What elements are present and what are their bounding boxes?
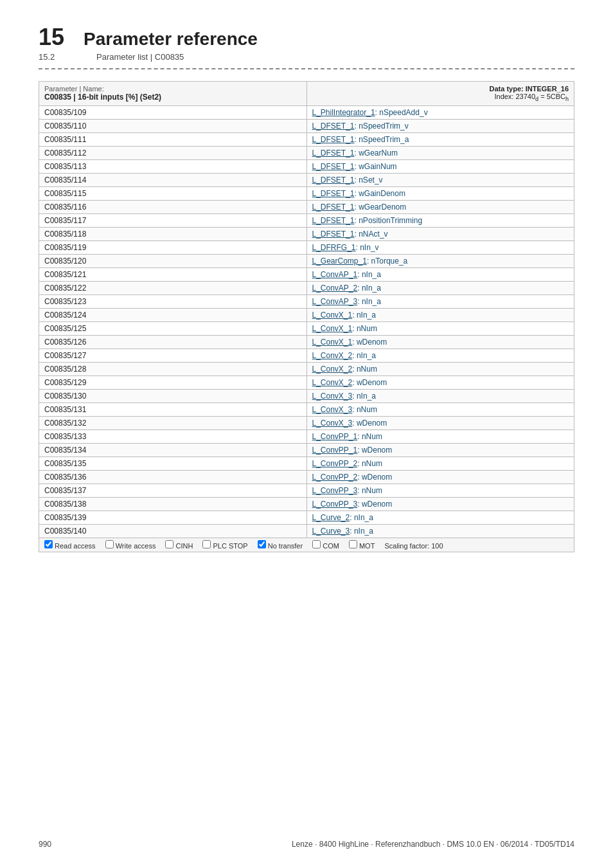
- table-row-param: C00835/134: [39, 444, 307, 457]
- table-row-param: C00835/109: [39, 106, 307, 120]
- index-label: Index: 23740d = 5CBCh: [494, 93, 569, 100]
- param-link[interactable]: L_ConvAP_3: nIn_a: [312, 297, 381, 306]
- footer-checkbox-label: COM: [312, 542, 339, 550]
- table-row-param: C00835/120: [39, 255, 307, 268]
- table-row-name: L_ConvX_2: nIn_a: [306, 349, 574, 363]
- parameter-table: Parameter | Name: C00835 | 16-bit inputs…: [39, 81, 574, 552]
- subheading-text: Parameter list | C00835: [96, 52, 184, 62]
- page-number: 990: [39, 840, 51, 849]
- table-row-param: C00835/114: [39, 174, 307, 187]
- param-link[interactable]: L_ConvX_1: nIn_a: [312, 311, 376, 320]
- table-row-name: L_ConvX_1: nNum: [306, 322, 574, 336]
- table-header-left: Parameter | Name: C00835 | 16-bit inputs…: [39, 82, 307, 106]
- footer-checkbox[interactable]: [105, 540, 114, 548]
- subheading-number: 15.2: [39, 52, 77, 62]
- param-link[interactable]: L_DFSET_1: nNAct_v: [312, 230, 388, 239]
- table-row-name: L_ConvX_2: nNum: [306, 363, 574, 376]
- chapter-number: 15: [39, 26, 64, 49]
- param-link[interactable]: L_ConvPP_1: nNum: [312, 432, 382, 441]
- param-link[interactable]: L_ConvX_3: nNum: [312, 405, 377, 414]
- param-link[interactable]: L_ConvPP_3: wDenom: [312, 500, 393, 509]
- table-row-name: L_ConvPP_2: wDenom: [306, 471, 574, 484]
- table-header-right: Data type: INTEGER_16 Index: 23740d = 5C…: [306, 82, 574, 106]
- table-row-name: L_DFSET_1: nSpeedTrim_a: [306, 133, 574, 147]
- table-footer: Read access Write access CINH PLC STOP N…: [39, 538, 574, 552]
- page-footer: 990 Lenze · 8400 HighLine · Referenzhand…: [39, 840, 574, 849]
- table-row-param: C00835/118: [39, 228, 307, 241]
- chapter-title: Parameter reference: [84, 29, 258, 50]
- table-row-name: L_DFSET_1: nNAct_v: [306, 228, 574, 241]
- section-divider: [39, 68, 574, 69]
- footer-checkbox[interactable]: [202, 540, 211, 548]
- param-link[interactable]: L_GearComp_1: nTorque_a: [312, 257, 408, 266]
- footer-checkbox[interactable]: [349, 540, 357, 548]
- param-link[interactable]: L_DFSET_1: wGearNum: [312, 149, 398, 158]
- param-link[interactable]: L_ConvX_1: nNum: [312, 324, 377, 333]
- table-row-name: L_DFRFG_1: nIn_v: [306, 241, 574, 255]
- param-link[interactable]: L_DFSET_1: wGainDenom: [312, 189, 405, 198]
- table-row-name: L_DFSET_1: nPositionTrimming: [306, 214, 574, 228]
- data-type-label: Data type: INTEGER_16: [490, 85, 569, 93]
- footer-checkbox[interactable]: [258, 540, 266, 548]
- param-link[interactable]: L_ConvX_1: wDenom: [312, 338, 387, 347]
- param-link[interactable]: L_DFSET_1: nSpeedTrim_a: [312, 135, 409, 144]
- footer-checkbox[interactable]: [312, 540, 321, 548]
- param-link[interactable]: L_ConvX_3: nIn_a: [312, 392, 376, 401]
- footer-checkbox-label: MOT: [349, 542, 375, 550]
- table-row-name: L_ConvX_3: nIn_a: [306, 390, 574, 403]
- param-link[interactable]: L_ConvPP_2: wDenom: [312, 473, 393, 482]
- param-link[interactable]: L_DFSET_1: nSpeedTrim_v: [312, 122, 409, 131]
- table-row-name: L_ConvX_2: wDenom: [306, 376, 574, 390]
- table-row-param: C00835/129: [39, 376, 307, 390]
- param-link[interactable]: L_ConvPP_1: wDenom: [312, 446, 393, 455]
- table-row-name: L_DFSET_1: wGearDenom: [306, 201, 574, 214]
- table-row-param: C00835/112: [39, 147, 307, 160]
- table-row-param: C00835/138: [39, 498, 307, 511]
- footer-checkbox-label: CINH: [165, 542, 193, 550]
- table-row-name: L_ConvX_1: nIn_a: [306, 309, 574, 322]
- param-link[interactable]: L_DFSET_1: nSet_v: [312, 176, 383, 185]
- table-row-name: L_ConvAP_3: nIn_a: [306, 295, 574, 309]
- table-row-param: C00835/128: [39, 363, 307, 376]
- param-link[interactable]: L_PhilIntegrator_1: nSpeedAdd_v: [312, 108, 428, 117]
- param-link[interactable]: L_ConvPP_2: nNum: [312, 459, 382, 468]
- param-link[interactable]: L_DFSET_1: wGearDenom: [312, 203, 407, 212]
- table-row-name: L_Curve_2: nIn_a: [306, 511, 574, 525]
- table-row-param: C00835/121: [39, 268, 307, 282]
- table-row-name: L_ConvX_1: wDenom: [306, 336, 574, 349]
- table-row-name: L_DFSET_1: wGearNum: [306, 147, 574, 160]
- table-row-name: L_ConvAP_1: nIn_a: [306, 268, 574, 282]
- param-link[interactable]: L_ConvPP_3: nNum: [312, 486, 382, 495]
- footer-checkbox-label: PLC STOP: [202, 542, 247, 550]
- param-link[interactable]: L_ConvX_2: nNum: [312, 365, 377, 374]
- table-row-param: C00835/116: [39, 201, 307, 214]
- param-link[interactable]: L_DFRFG_1: nIn_v: [312, 243, 379, 252]
- table-row-param: C00835/140: [39, 525, 307, 538]
- param-link[interactable]: L_Curve_3: nIn_a: [312, 527, 373, 536]
- footer-checkbox[interactable]: [44, 540, 53, 548]
- param-link[interactable]: L_ConvX_3: wDenom: [312, 419, 387, 428]
- param-link[interactable]: L_Curve_2: nIn_a: [312, 513, 373, 522]
- param-link[interactable]: L_ConvX_2: nIn_a: [312, 351, 376, 360]
- param-link[interactable]: L_DFSET_1: wGainNum: [312, 162, 397, 171]
- table-row-name: L_ConvPP_3: nNum: [306, 484, 574, 498]
- param-link[interactable]: L_ConvX_2: wDenom: [312, 378, 387, 387]
- table-row-param: C00835/131: [39, 403, 307, 417]
- header-title-left: C00835 | 16-bit inputs [%] (Set2): [44, 93, 301, 102]
- footer-text: Lenze · 8400 HighLine · Referenzhandbuch…: [292, 840, 574, 849]
- footer-checkbox-label: No transfer: [258, 542, 303, 550]
- table-row-param: C00835/117: [39, 214, 307, 228]
- table-row-param: C00835/123: [39, 295, 307, 309]
- table-row-name: L_ConvPP_1: wDenom: [306, 444, 574, 457]
- param-link[interactable]: L_DFSET_1: nPositionTrimming: [312, 216, 423, 225]
- param-link[interactable]: L_ConvAP_1: nIn_a: [312, 270, 381, 279]
- footer-checkbox[interactable]: [165, 540, 173, 548]
- table-row-name: L_GearComp_1: nTorque_a: [306, 255, 574, 268]
- footer-checkbox-label: Read access: [44, 542, 96, 550]
- footer-checkbox-label: Write access: [105, 542, 156, 550]
- table-row-param: C00835/113: [39, 160, 307, 174]
- table-row-param: C00835/126: [39, 336, 307, 349]
- param-link[interactable]: L_ConvAP_2: nIn_a: [312, 284, 381, 293]
- table-row-param: C00835/133: [39, 430, 307, 444]
- table-row-name: L_DFSET_1: wGainDenom: [306, 187, 574, 201]
